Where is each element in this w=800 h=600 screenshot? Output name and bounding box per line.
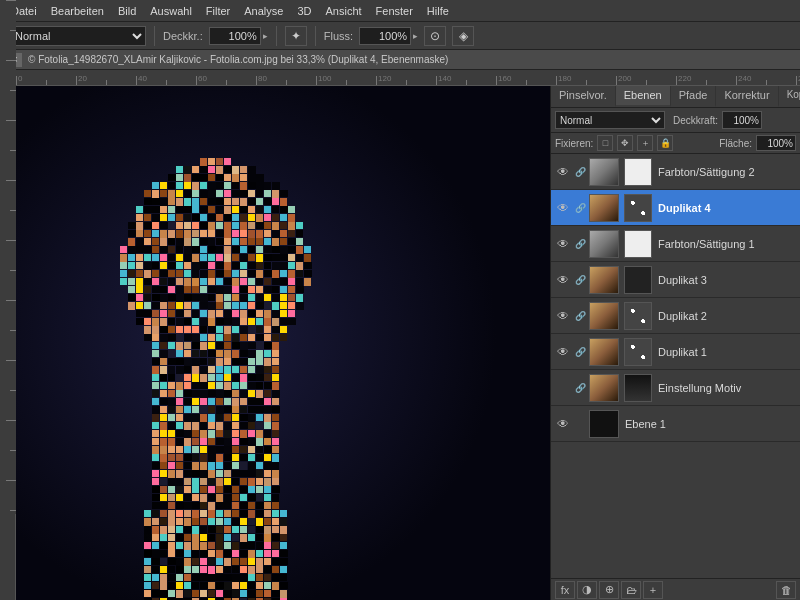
layer-link-farbton1: 🔗 [574, 236, 586, 252]
fix-label: Fixieren: [555, 138, 593, 149]
layer-link-duplikat4: 🔗 [574, 200, 586, 216]
tab-kopierqu[interactable]: Kopierqu... [779, 86, 800, 107]
menu-bar: Datei Bearbeiten Bild Auswahl Filter Ana… [0, 0, 800, 22]
layer-thumb-farbton1 [589, 230, 619, 258]
layer-link-duplikat1: 🔗 [574, 344, 586, 360]
layer-item-farbton2[interactable]: 👁🔗Farbton/Sättigung 2 [551, 154, 800, 190]
layer-item-einstellung[interactable]: 🔗Einstellung Motiv [551, 370, 800, 406]
airbrush-icon[interactable]: ✦ [285, 26, 307, 46]
flaeche-input[interactable] [756, 135, 796, 151]
layer-mask-duplikat4 [624, 194, 652, 222]
menu-ansicht[interactable]: Ansicht [318, 3, 368, 19]
layer-thumb-farbton2 [589, 158, 619, 186]
tool-options-bar: Normal Deckkr.: ▸ ✦ Fluss: ▸ ⊙ ◈ [0, 22, 800, 50]
layer-mask-farbton2 [624, 158, 652, 186]
layer-new-icon[interactable]: + [643, 581, 663, 599]
layer-name-duplikat4: Duplikat 4 [655, 202, 796, 214]
flaeche-label: Fläche: [719, 138, 752, 149]
layer-name-einstellung: Einstellung Motiv [655, 382, 796, 394]
layer-mask-duplikat3 [624, 266, 652, 294]
layer-delete-icon[interactable]: 🗑 [776, 581, 796, 599]
layer-thumb-duplikat2 [589, 302, 619, 330]
layer-group-icon[interactable]: 🗁 [621, 581, 641, 599]
layer-item-duplikat1[interactable]: 👁🔗Duplikat 1 [551, 334, 800, 370]
layer-item-duplikat4[interactable]: 👁🔗Duplikat 4 [551, 190, 800, 226]
layers-list: 👁🔗Farbton/Sättigung 2👁🔗Duplikat 4👁🔗Farbt… [551, 154, 800, 578]
opacity-input[interactable] [722, 111, 762, 129]
fix-row: Fixieren: □ ✥ ＋ 🔒 Fläche: [551, 133, 800, 154]
layer-name-duplikat2: Duplikat 2 [655, 310, 796, 322]
layer-fx-icon[interactable]: fx [555, 581, 575, 599]
layer-eye-farbton2[interactable]: 👁 [555, 164, 571, 180]
layer-eye-duplikat3[interactable]: 👁 [555, 272, 571, 288]
layer-name-farbton1: Farbton/Sättigung 1 [655, 238, 796, 250]
fluss-wrap: ▸ [359, 27, 418, 45]
fix-lock-icon[interactable]: 🔒 [657, 135, 673, 151]
layer-item-duplikat2[interactable]: 👁🔗Duplikat 2 [551, 298, 800, 334]
filename-title: © Fotolia_14982670_XLAmir Kaljikovic - F… [28, 54, 448, 65]
layer-link-einstellung: 🔗 [574, 380, 586, 396]
layer-link-duplikat2: 🔗 [574, 308, 586, 324]
layer-adjustment-icon[interactable]: ⊕ [599, 581, 619, 599]
separator-1 [154, 26, 155, 46]
layer-eye-farbton1[interactable]: 👁 [555, 236, 571, 252]
opacity-label: Deckkraft: [673, 115, 718, 126]
layer-blend-select[interactable]: Normal [555, 111, 665, 129]
layer-eye-duplikat1[interactable]: 👁 [555, 344, 571, 360]
layer-eye-einstellung[interactable] [555, 380, 571, 396]
deckkraft-arrow[interactable]: ▸ [263, 31, 268, 41]
layer-eye-duplikat4[interactable]: 👁 [555, 200, 571, 216]
ruler-area [0, 70, 800, 86]
layer-eye-duplikat2[interactable]: 👁 [555, 308, 571, 324]
ruler-vertical [0, 86, 16, 600]
fluss-input[interactable] [359, 27, 411, 45]
canvas-row [0, 86, 550, 600]
layer-item-duplikat3[interactable]: 👁🔗Duplikat 3 [551, 262, 800, 298]
deckkraft-label: Deckkr.: [163, 30, 203, 42]
layer-name-duplikat3: Duplikat 3 [655, 274, 796, 286]
menu-bearbeiten[interactable]: Bearbeiten [44, 3, 111, 19]
fix-position-icon[interactable]: □ [597, 135, 613, 151]
layer-thumb-einstellung [589, 374, 619, 402]
menu-hilfe[interactable]: Hilfe [420, 3, 456, 19]
tablet-pressure-icon[interactable]: ⊙ [424, 26, 446, 46]
layer-link-duplikat3: 🔗 [574, 272, 586, 288]
tab-pinselvor[interactable]: Pinselvor. [551, 86, 616, 107]
layer-name-ebene1: Ebene 1 [622, 418, 796, 430]
layer-thumb-duplikat4 [589, 194, 619, 222]
deckkraft-wrap: ▸ [209, 27, 268, 45]
main-canvas [16, 86, 550, 600]
filename-bar: × © Fotolia_14982670_XLAmir Kaljikovic -… [0, 50, 800, 70]
fluss-arrow[interactable]: ▸ [413, 31, 418, 41]
menu-bild[interactable]: Bild [111, 3, 143, 19]
blend-opacity-row: Normal Deckkraft: [551, 108, 800, 133]
menu-analyse[interactable]: Analyse [237, 3, 290, 19]
tab-ebenen[interactable]: Ebenen [616, 86, 671, 107]
main-area: Pinselvor. Ebenen Pfade Korrektur Kopier… [0, 86, 800, 600]
layer-name-farbton2: Farbton/Sättigung 2 [655, 166, 796, 178]
menu-filter[interactable]: Filter [199, 3, 237, 19]
brush-options-icon[interactable]: ◈ [452, 26, 474, 46]
fix-move-icon[interactable]: ✥ [617, 135, 633, 151]
tab-korrektur[interactable]: Korrektur [716, 86, 778, 107]
layer-mask-einstellung [624, 374, 652, 402]
layer-mask-farbton1 [624, 230, 652, 258]
tab-pfade[interactable]: Pfade [671, 86, 717, 107]
panel-tabs: Pinselvor. Ebenen Pfade Korrektur Kopier… [551, 86, 800, 108]
layer-item-ebene1[interactable]: 👁Ebene 1 [551, 406, 800, 442]
layer-mask-icon[interactable]: ◑ [577, 581, 597, 599]
menu-auswahl[interactable]: Auswahl [143, 3, 199, 19]
layer-thumb-duplikat1 [589, 338, 619, 366]
menu-3d[interactable]: 3D [290, 3, 318, 19]
layer-eye-ebene1[interactable]: 👁 [555, 416, 571, 432]
deckkraft-input[interactable] [209, 27, 261, 45]
layers-toolbar: fx ◑ ⊕ 🗁 + 🗑 [551, 578, 800, 600]
fix-add-icon[interactable]: ＋ [637, 135, 653, 151]
ruler-horizontal [16, 70, 800, 86]
menu-fenster[interactable]: Fenster [369, 3, 420, 19]
layer-thumb-duplikat3 [589, 266, 619, 294]
blend-mode-select[interactable]: Normal [6, 26, 146, 46]
layer-name-duplikat1: Duplikat 1 [655, 346, 796, 358]
layer-item-farbton1[interactable]: 👁🔗Farbton/Sättigung 1 [551, 226, 800, 262]
separator-2 [276, 26, 277, 46]
